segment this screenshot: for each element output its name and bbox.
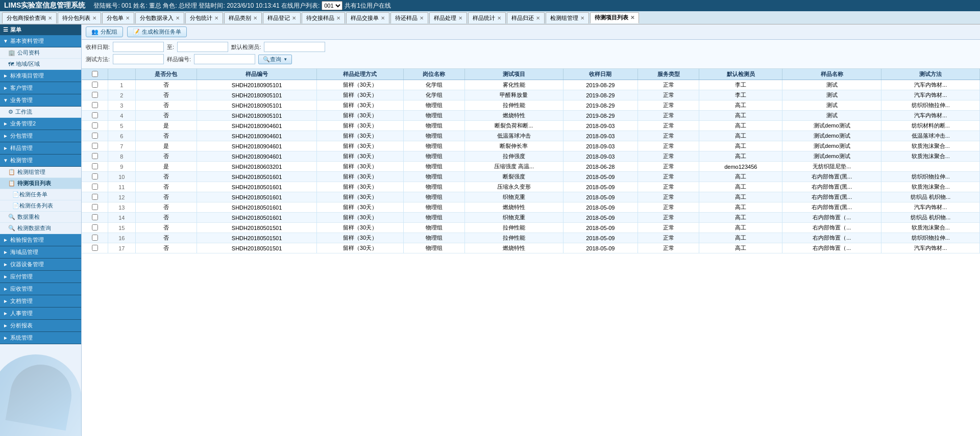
sidebar-item-7-2[interactable]: 📄检测任务单: [0, 189, 81, 200]
close-icon[interactable]: ✕: [580, 15, 584, 21]
row-checkbox-2[interactable]: [92, 102, 98, 108]
tab-样品交接单[interactable]: 样品交接单✕: [346, 12, 389, 23]
select-all-checkbox[interactable]: [92, 71, 98, 77]
tab-分包单[interactable]: 分包单✕: [102, 12, 134, 23]
close-icon[interactable]: ✕: [176, 15, 180, 21]
sidebar-item-7-1[interactable]: 📋待测项目列表: [0, 178, 81, 189]
checkbox-cell-15[interactable]: [82, 233, 108, 243]
checkbox-cell-4[interactable]: [82, 121, 108, 131]
close-icon[interactable]: ✕: [253, 15, 257, 21]
default-inspector-input[interactable]: [264, 42, 325, 52]
sidebar-section-4[interactable]: ►业务管理2: [0, 118, 81, 130]
checkbox-cell-6[interactable]: [82, 141, 108, 151]
test-method-input[interactable]: [113, 54, 164, 64]
sidebar-section-7[interactable]: ▼检测管理: [0, 155, 81, 167]
action-btn-分配组[interactable]: 👥分配组: [86, 27, 123, 37]
tab-分包统计[interactable]: 分包统计✕: [185, 12, 223, 23]
sidebar-item-7-3[interactable]: 📄检测任务列表: [0, 200, 81, 212]
close-icon[interactable]: ✕: [381, 15, 385, 21]
row-checkbox-16[interactable]: [92, 245, 98, 251]
tab-待还样品[interactable]: 待还样品✕: [390, 12, 428, 23]
query-button[interactable]: 🔍 查询 ▼: [258, 55, 292, 64]
sidebar-section-15[interactable]: ►分析报表: [0, 320, 81, 332]
user-list-select[interactable]: 001: [322, 1, 342, 10]
close-icon[interactable]: ✕: [336, 15, 340, 21]
row-checkbox-14[interactable]: [92, 224, 98, 230]
sidebar-section-5[interactable]: ►分包管理: [0, 130, 81, 142]
checkbox-cell-13[interactable]: [82, 213, 108, 223]
close-icon[interactable]: ✕: [214, 15, 218, 21]
menu-header[interactable]: ☰ 菜单: [0, 24, 81, 35]
sidebar-section-12[interactable]: ►应收管理: [0, 283, 81, 295]
sidebar-section-1[interactable]: ►标准项目管理: [0, 70, 81, 82]
sidebar-item-0-1[interactable]: 🗺地域/区域: [0, 59, 81, 70]
checkbox-cell-12[interactable]: [82, 202, 108, 213]
row-checkbox-13[interactable]: [92, 214, 98, 220]
sidebar-section-2[interactable]: ►客户管理: [0, 82, 81, 94]
tab-样品处理[interactable]: 样品处理✕: [429, 12, 467, 23]
sidebar-section-8[interactable]: ►检验报告管理: [0, 234, 81, 246]
row-checkbox-10[interactable]: [92, 184, 98, 190]
close-icon[interactable]: ✕: [458, 15, 462, 21]
tab-检测组管理[interactable]: 检测组管理✕: [546, 12, 589, 23]
checkbox-cell-14[interactable]: [82, 223, 108, 233]
checkbox-cell-11[interactable]: [82, 192, 108, 202]
close-icon[interactable]: ✕: [126, 15, 130, 21]
checkbox-cell-0[interactable]: [82, 80, 108, 90]
row-checkbox-5[interactable]: [92, 133, 98, 139]
tab-样品统计[interactable]: 样品统计✕: [468, 12, 506, 23]
row-checkbox-6[interactable]: [92, 143, 98, 149]
sidebar-section-11[interactable]: ►应付管理: [0, 271, 81, 283]
close-icon[interactable]: ✕: [420, 15, 424, 21]
checkbox-cell-1[interactable]: [82, 90, 108, 100]
tab-样品登记[interactable]: 样品登记✕: [263, 12, 301, 23]
sidebar-section-3[interactable]: ▼业务管理: [0, 94, 81, 107]
sidebar-item-3-0[interactable]: ⚙工作流: [0, 107, 81, 118]
sidebar-section-6[interactable]: ►样品管理: [0, 142, 81, 155]
close-icon[interactable]: ✕: [497, 15, 501, 21]
sidebar-section-10[interactable]: ►仪器设备管理: [0, 259, 81, 271]
date-start-input[interactable]: [113, 42, 164, 52]
row-checkbox-15[interactable]: [92, 235, 98, 241]
row-checkbox-1[interactable]: [92, 92, 98, 98]
row-checkbox-8[interactable]: [92, 163, 98, 169]
row-checkbox-9[interactable]: [92, 173, 98, 179]
sidebar-section-0[interactable]: ▼基本资料管理: [0, 35, 81, 47]
close-icon[interactable]: ✕: [48, 15, 52, 21]
checkbox-cell-8[interactable]: [82, 162, 108, 172]
action-btn-生成检测任务单[interactable]: 📝生成检测任务单: [127, 27, 187, 37]
tab-样品类别[interactable]: 样品类别✕: [224, 12, 262, 23]
row-checkbox-12[interactable]: [92, 204, 98, 210]
sidebar-item-7-4[interactable]: 🔍数据重检: [0, 212, 81, 223]
tab-分包商报价查询[interactable]: 分包商报价查询✕: [2, 12, 57, 23]
checkbox-cell-9[interactable]: [82, 172, 108, 182]
sidebar-item-7-5[interactable]: 🔍检测数据查询: [0, 223, 81, 234]
date-end-input[interactable]: [177, 42, 228, 52]
close-icon[interactable]: ✕: [536, 15, 540, 21]
tab-样品归还[interactable]: 样品归还✕: [507, 12, 545, 23]
sidebar-item-0-0[interactable]: 🏢公司资料: [0, 47, 81, 59]
row-checkbox-0[interactable]: [92, 82, 98, 88]
row-checkbox-7[interactable]: [92, 153, 98, 159]
row-checkbox-11[interactable]: [92, 194, 98, 200]
checkbox-cell-10[interactable]: [82, 182, 108, 192]
sidebar-section-13[interactable]: ►文档管理: [0, 295, 81, 307]
sidebar-section-14[interactable]: ►人事管理: [0, 307, 81, 320]
sidebar-item-7-0[interactable]: 📋检测组管理: [0, 167, 81, 178]
close-icon[interactable]: ✕: [292, 15, 296, 21]
checkbox-cell-2[interactable]: [82, 100, 108, 111]
checkbox-cell-7[interactable]: [82, 151, 108, 162]
close-icon[interactable]: ✕: [630, 15, 634, 20]
close-icon[interactable]: ✕: [92, 15, 96, 21]
sidebar-section-16[interactable]: ►系统管理: [0, 332, 81, 344]
sample-no-input[interactable]: [194, 54, 255, 64]
row-checkbox-4[interactable]: [92, 122, 98, 129]
tab-待分包列表[interactable]: 待分包列表✕: [58, 12, 101, 23]
checkbox-cell-3[interactable]: [82, 111, 108, 121]
tab-分包数据录入[interactable]: 分包数据录入✕: [135, 12, 184, 23]
checkbox-cell-5[interactable]: [82, 131, 108, 141]
row-checkbox-3[interactable]: [92, 112, 98, 118]
tab-待测项目列表[interactable]: 待测项目列表✕: [590, 12, 639, 23]
col-checkbox[interactable]: [82, 69, 108, 80]
tab-待交接样品[interactable]: 待交接样品✕: [302, 12, 345, 23]
